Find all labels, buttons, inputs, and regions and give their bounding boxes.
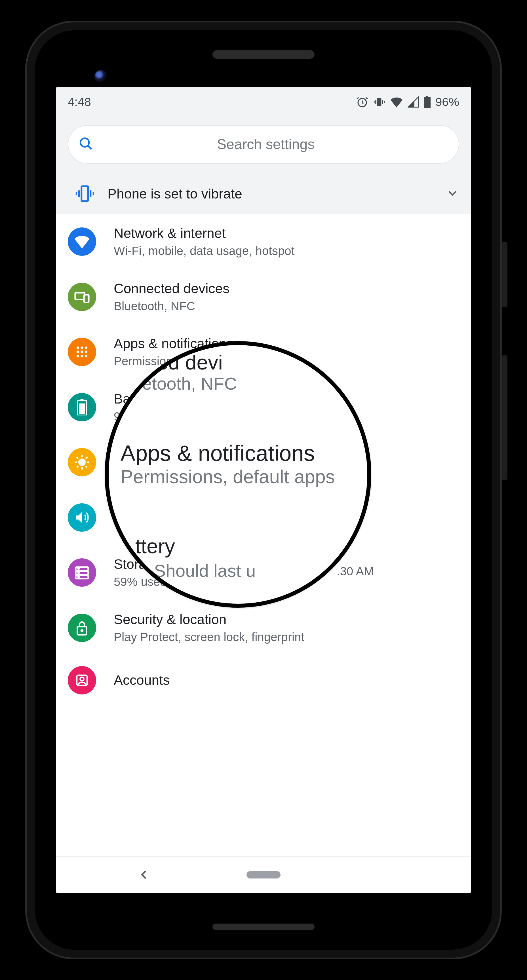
nav-bar: [56, 856, 471, 893]
bottom-speaker: [212, 924, 315, 930]
svg-rect-4: [374, 101, 375, 103]
svg-rect-26: [81, 399, 84, 401]
svg-point-33: [78, 573, 79, 574]
phone-frame: 4:48: [25, 21, 502, 959]
svg-rect-6: [424, 97, 431, 108]
svg-point-24: [85, 355, 88, 358]
phone-bezel: 4:48: [35, 30, 492, 950]
cell-signal-icon: [408, 96, 419, 108]
magnifier-apps-title: Apps & notifications: [121, 441, 367, 466]
svg-point-36: [81, 630, 83, 632]
back-button[interactable]: [138, 869, 150, 881]
lock-icon: [68, 614, 96, 642]
svg-rect-3: [382, 100, 383, 104]
power-button[interactable]: [502, 242, 508, 307]
battery-time-note: .30 AM: [337, 565, 374, 578]
item-title: Network & internet: [114, 225, 295, 242]
item-connected-devices[interactable]: Connected devices Bluetooth, NFC: [56, 269, 471, 325]
svg-point-28: [79, 460, 85, 465]
status-right: 96%: [356, 95, 459, 109]
svg-rect-1: [377, 98, 382, 106]
devices-icon: [68, 283, 96, 311]
suggestion-row[interactable]: Phone is set to vibrate: [56, 173, 471, 214]
home-pill[interactable]: [247, 871, 280, 878]
item-title: Connected devices: [114, 280, 229, 297]
settings-header: Search settings: [56, 117, 471, 173]
svg-rect-9: [81, 186, 88, 201]
svg-point-16: [76, 347, 80, 349]
svg-rect-2: [375, 100, 376, 104]
svg-rect-12: [76, 192, 77, 196]
vibrate-icon: [68, 184, 102, 204]
accounts-icon: [68, 666, 96, 694]
svg-point-20: [81, 350, 83, 353]
item-sub: Play Protect, screen lock, fingerprint: [114, 630, 304, 645]
magnifier-text: ttery: [135, 535, 367, 558]
svg-rect-14: [75, 293, 85, 299]
chevron-down-icon: [446, 186, 459, 201]
svg-point-32: [78, 568, 79, 570]
item-title: Security & location: [114, 611, 304, 628]
magnifier-highlight: ted devi etooth, NFC Apps & notification…: [105, 341, 371, 608]
wifi-icon: [390, 96, 403, 108]
item-accounts[interactable]: Accounts: [56, 655, 471, 694]
svg-point-23: [81, 355, 83, 358]
svg-rect-5: [384, 101, 385, 103]
battery-icon: [424, 96, 431, 108]
search-bar[interactable]: Search settings: [68, 125, 459, 164]
svg-point-21: [85, 350, 88, 353]
alarm-icon: [356, 96, 368, 108]
storage-icon: [68, 558, 96, 587]
status-time: 4:48: [68, 95, 91, 109]
item-network[interactable]: Network & internet Wi-Fi, mobile, data u…: [56, 214, 471, 269]
search-placeholder: Search settings: [83, 136, 449, 153]
svg-rect-15: [84, 295, 89, 302]
battery-icon: [68, 393, 96, 422]
vibrate-icon: [373, 96, 385, 108]
svg-rect-10: [78, 190, 80, 197]
screen: 4:48: [56, 87, 471, 893]
svg-point-18: [85, 347, 88, 349]
svg-point-38: [80, 677, 84, 681]
suggestion-label: Phone is set to vibrate: [102, 186, 446, 202]
magnifier-apps-sub: Permissions, default apps: [121, 466, 367, 487]
svg-rect-7: [426, 96, 428, 97]
svg-point-19: [76, 350, 80, 353]
status-bar: 4:48: [56, 87, 471, 117]
svg-rect-27: [79, 404, 85, 414]
volume-button[interactable]: [502, 355, 508, 480]
wifi-icon: [68, 228, 96, 256]
front-camera: [94, 70, 108, 83]
svg-point-17: [81, 347, 83, 349]
svg-rect-11: [90, 190, 92, 197]
item-security-location[interactable]: Security & location Play Protect, screen…: [56, 600, 471, 655]
brightness-icon: [68, 448, 96, 476]
svg-point-22: [76, 355, 80, 358]
svg-point-34: [78, 576, 79, 578]
volume-icon: [68, 503, 96, 532]
item-title: Accounts: [114, 672, 170, 689]
apps-icon: [68, 338, 96, 366]
svg-rect-13: [93, 192, 94, 196]
earpiece: [212, 50, 315, 59]
item-sub: Bluetooth, NFC: [114, 299, 229, 314]
item-sub: Wi-Fi, mobile, data usage, hotspot: [114, 243, 295, 259]
status-battery-pct: 96%: [435, 95, 459, 109]
stage: 4:48: [0, 0, 527, 980]
